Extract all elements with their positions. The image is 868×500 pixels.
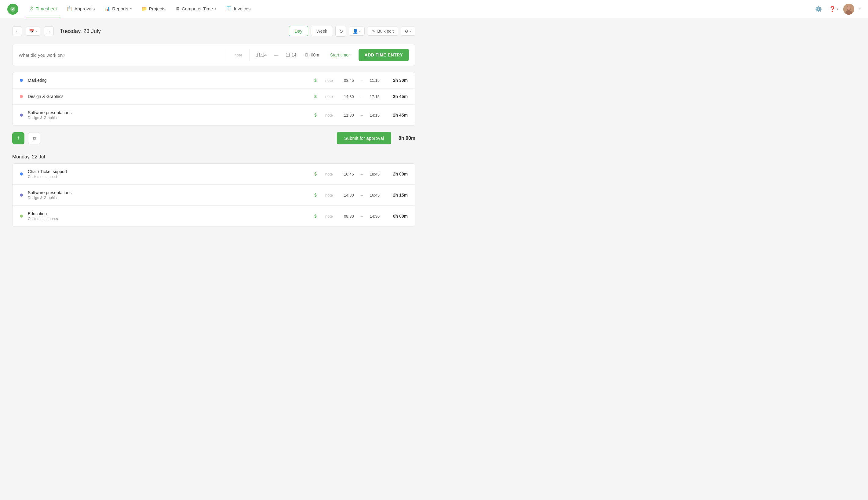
billing-icon[interactable]: $ [314,113,317,117]
billing-icon[interactable]: $ [314,172,317,177]
billing-icon[interactable]: $ [314,214,317,218]
add-entry-circle-button[interactable]: + [12,132,24,144]
billing-icon[interactable]: $ [314,193,317,197]
start-time-field[interactable]: 11:14 [255,53,268,57]
entry-name-label: Software presentations [28,110,309,115]
navbar-right: ⚙️ ❓ ▾ ▾ [813,4,861,15]
refresh-button[interactable]: ↻ [335,26,346,37]
note-field[interactable]: note [325,214,333,218]
tuesday-actions: + ⧉ Submit for approval 8h 00m [12,132,415,144]
end-time[interactable]: 11:15 [370,78,380,83]
end-time[interactable]: 17:15 [370,94,380,99]
note-label: note [232,53,245,57]
entry-dot [20,172,23,175]
add-time-entry-button[interactable]: ADD TIME ENTRY [359,49,409,61]
duration: 6h 00m [390,214,408,218]
entry-dot [20,95,23,98]
note-field[interactable]: note [325,193,333,197]
view-settings-chevron-icon: ▾ [410,30,412,33]
tuesday-entries-card: Marketing $ note 08:45 – 11:15 2h 30m De… [12,72,415,126]
note-field[interactable]: note [325,172,333,177]
entry-name-label: Education [28,211,309,216]
start-timer-button[interactable]: Start timer [327,53,354,57]
entry-dot [20,114,23,117]
note-field[interactable]: note [325,94,333,99]
billing-icon[interactable]: $ [314,94,317,99]
user-chevron-icon[interactable]: ▾ [859,7,861,11]
view-week-button[interactable]: Week [311,26,333,36]
help-icon: ❓ [829,6,836,12]
time-entry-input-row: note 11:14 — 11:14 0h 00m Start timer AD… [12,44,415,66]
calendar-chevron-icon: ▾ [35,30,37,33]
time-dash: — [273,53,280,57]
calendar-picker-button[interactable]: 📅 ▾ [26,26,40,36]
start-time[interactable]: 14:30 [344,193,354,197]
view-settings-button[interactable]: ⚙ ▾ [401,26,415,36]
date-controls-right: Day Week ↻ 👤 ▾ ✎ Bulk edit ⚙ ▾ [289,26,415,37]
computer-time-icon: 🖥 [175,6,180,11]
nav-item-approvals[interactable]: 📋 Approvals [63,1,98,18]
app-logo[interactable] [7,4,18,15]
start-time[interactable]: 16:45 [344,172,354,177]
edit-icon: ✎ [372,29,375,34]
avatar-image [843,4,854,15]
entry-name-label: Design & Graphics [28,94,309,99]
entry-dot [20,215,23,218]
entry-name-label: Chat / Ticket support [28,169,309,174]
duration: 2h 45m [390,113,408,117]
nav-item-timesheet[interactable]: ⏱ Timesheet [26,1,60,18]
note-field[interactable]: note [325,113,333,117]
next-date-button[interactable]: › [44,26,54,36]
start-time[interactable]: 14:30 [344,94,354,99]
duration: 2h 00m [390,172,408,177]
nav-item-invoices[interactable]: 🧾 Invoices [222,1,254,18]
end-time[interactable]: 16:45 [370,193,380,197]
help-chevron-icon: ▾ [837,7,838,11]
duration: 2h 45m [390,94,408,99]
table-row: Chat / Ticket support Customer support $… [12,163,415,185]
table-row: Design & Graphics $ note 14:30 – 17:15 2… [12,89,415,105]
tuesday-total: 8h 00m [398,136,415,141]
work-description-input[interactable] [19,53,222,58]
start-time[interactable]: 08:45 [344,78,354,83]
refresh-icon: ↻ [339,29,343,34]
start-time[interactable]: 11:30 [344,113,354,117]
user-avatar[interactable] [843,4,854,15]
copy-button[interactable]: ⧉ [28,132,40,144]
nav-item-computer-time[interactable]: 🖥 Computer Time ▾ [172,1,220,18]
end-time[interactable]: 14:30 [370,214,380,218]
help-button[interactable]: ❓ ▾ [829,6,838,12]
nav-item-reports[interactable]: 📊 Reports ▾ [101,1,135,18]
table-row: Education Customer success $ note 08:30 … [12,206,415,227]
date-controls: ‹ 📅 ▾ › Tuesday, 23 July Day Week ↻ 👤 ▾ … [12,26,415,37]
person-filter-button[interactable]: 👤 ▾ [349,26,365,36]
end-time[interactable]: 14:15 [370,113,380,117]
duration: 2h 15m [390,193,408,197]
copy-icon: ⧉ [33,136,36,141]
entry-sub-label: Design & Graphics [28,196,309,200]
prev-date-button[interactable]: ‹ [12,26,22,36]
nav-item-projects[interactable]: 📁 Projects [138,1,169,18]
end-time-field[interactable]: 11:14 [284,53,297,57]
entry-sub-label: Customer success [28,217,309,221]
time-separator: – [361,78,363,83]
start-time[interactable]: 08:30 [344,214,354,218]
settings-button[interactable]: ⚙️ [813,4,824,15]
end-time[interactable]: 18:45 [370,172,380,177]
time-separator: – [361,193,363,197]
calendar-icon: 📅 [29,29,34,34]
billing-icon[interactable]: $ [314,78,317,83]
submit-approval-button[interactable]: Submit for approval [337,132,391,144]
separator2 [249,49,250,61]
person-chevron-icon: ▾ [359,30,361,33]
view-day-button[interactable]: Day [289,26,308,36]
time-separator: – [361,113,363,117]
entry-sub-label: Customer support [28,174,309,179]
current-date-label: Tuesday, 23 July [60,28,101,34]
bulk-edit-button[interactable]: ✎ Bulk edit [367,26,398,36]
entry-name-label: Marketing [28,78,309,83]
note-field[interactable]: note [325,78,333,83]
entry-dot [20,194,23,196]
person-icon: 👤 [353,29,358,34]
table-row: Software presentations Design & Graphics… [12,105,415,125]
